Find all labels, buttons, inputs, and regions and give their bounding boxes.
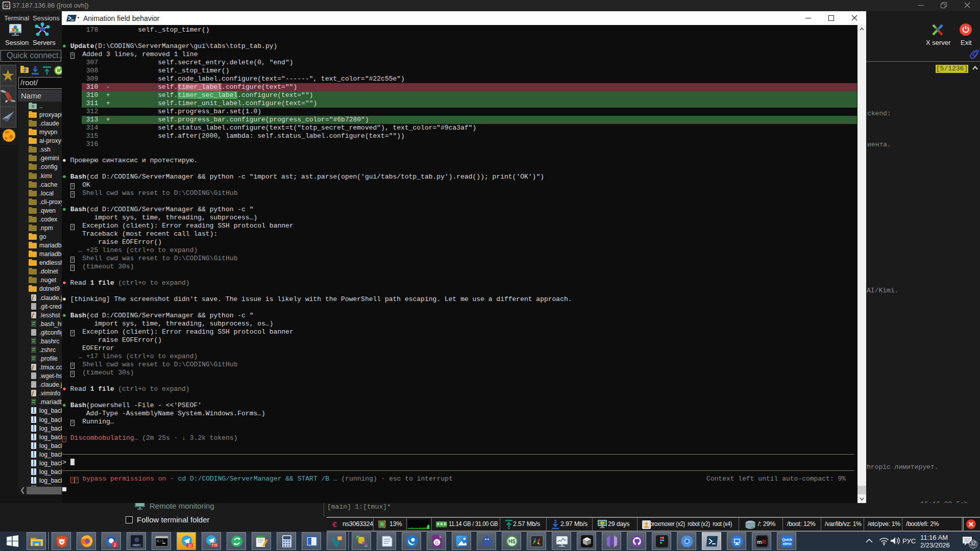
svg-text:Quick: Quick [782,538,792,542]
svg-text:2: 2 [113,542,116,547]
svg-text:utmo: utmo [782,542,791,545]
svg-text:.30: .30 [187,544,192,547]
svg-text:715: 715 [212,543,217,547]
svg-text:HS: HS [508,539,516,544]
svg-text:R: R [762,539,766,545]
svg-text:FRUTY: FRUTY [133,544,141,547]
svg-text:m: m [757,539,762,545]
svg-text:G: G [435,540,438,545]
svg-text:C:\: C:\ [157,539,164,543]
